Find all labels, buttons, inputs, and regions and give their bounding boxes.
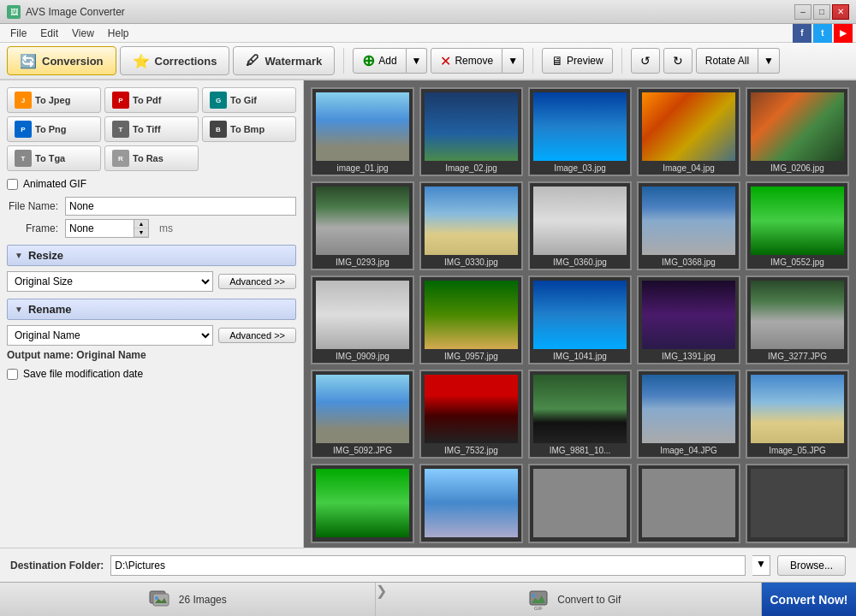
- image-cell-22[interactable]: [528, 464, 632, 543]
- format-tiff-button[interactable]: T To Tiff: [104, 116, 199, 142]
- separator-2: [532, 48, 533, 74]
- rotate-right-button[interactable]: ↻: [663, 48, 693, 74]
- image-cell-24[interactable]: [746, 464, 849, 543]
- remove-button[interactable]: ✕ Remove: [431, 48, 502, 74]
- image-cell-18[interactable]: Image_04.JPG: [637, 370, 740, 459]
- image-cell-23[interactable]: [637, 464, 740, 543]
- youtube-icon[interactable]: ▶: [834, 24, 853, 43]
- rotate-left-button[interactable]: ↺: [631, 48, 660, 74]
- preview-icon: 🖥: [551, 54, 563, 68]
- titlebar: 🖼 AVS Image Converter – □ ✕: [0, 0, 856, 24]
- image-cell-20[interactable]: [311, 464, 414, 543]
- remove-dropdown-button[interactable]: ▼: [502, 48, 524, 74]
- image-cell-5[interactable]: IMG_0293.jpg: [311, 181, 414, 270]
- image-cell-15[interactable]: IMG_5092.JPG: [311, 370, 414, 459]
- image-cell-1[interactable]: Image_02.jpg: [419, 87, 523, 176]
- png-icon: P: [15, 121, 32, 138]
- twitter-icon[interactable]: t: [813, 24, 832, 43]
- frame-spin-buttons: ▲ ▼: [134, 219, 149, 238]
- image-cell-11[interactable]: IMG_0957.jpg: [419, 275, 523, 364]
- close-button[interactable]: ✕: [832, 4, 849, 20]
- image-cell-8[interactable]: IMG_0368.jpg: [637, 181, 740, 270]
- image-cell-19[interactable]: Image_05.JPG: [746, 370, 849, 459]
- rename-advanced-button[interactable]: Advanced >>: [218, 328, 296, 343]
- browse-button[interactable]: Browse...: [777, 555, 846, 576]
- facebook-icon[interactable]: f: [793, 24, 811, 43]
- gif-icon: G: [210, 92, 227, 109]
- image-name-1: Image_02.jpg: [445, 163, 497, 173]
- format-jpeg-button[interactable]: J To Jpeg: [7, 87, 101, 113]
- image-cell-2[interactable]: Image_03.jpg: [528, 87, 632, 176]
- step-images: 26 Images: [0, 583, 376, 616]
- image-cell-13[interactable]: IMG_1391.jpg: [637, 275, 740, 364]
- image-name-2: Image_03.jpg: [554, 163, 606, 173]
- image-name-9: IMG_0552.jpg: [770, 258, 824, 267]
- dest-dropdown-button[interactable]: ▼: [752, 555, 770, 576]
- preview-button[interactable]: 🖥 Preview: [542, 48, 613, 74]
- image-name-13: IMG_1391.jpg: [662, 352, 716, 361]
- format-bmp-button[interactable]: B To Bmp: [202, 116, 296, 142]
- image-thumb-10: [316, 281, 409, 349]
- image-cell-16[interactable]: IMG_7532.jpg: [419, 370, 523, 459]
- image-thumb-23: [642, 469, 735, 537]
- image-cell-12[interactable]: IMG_1041.jpg: [528, 275, 632, 364]
- tab-watermark[interactable]: 🖊 Watermark: [233, 46, 335, 75]
- format-pdf-button[interactable]: P To Pdf: [104, 87, 199, 113]
- menu-edit[interactable]: Edit: [33, 26, 65, 41]
- save-mod-label[interactable]: Save file modification date: [23, 368, 143, 380]
- image-name-4: IMG_0206.jpg: [770, 163, 824, 173]
- resize-advanced-button[interactable]: Advanced >>: [218, 274, 296, 289]
- tab-corrections[interactable]: ⭐ Corrections: [120, 46, 230, 75]
- image-cell-0[interactable]: image_01.jpg: [311, 87, 414, 176]
- maximize-button[interactable]: □: [813, 4, 830, 20]
- image-thumb-12: [533, 281, 627, 349]
- output-name-value: Original Name: [76, 349, 146, 361]
- image-cell-6[interactable]: IMG_0330.jpg: [419, 181, 523, 270]
- image-thumb-4: [751, 92, 844, 161]
- image-cell-21[interactable]: [419, 464, 523, 543]
- animated-gif-checkbox[interactable]: [7, 179, 18, 190]
- resize-section-header[interactable]: ▼ Resize: [7, 245, 296, 266]
- menu-help[interactable]: Help: [101, 26, 136, 41]
- format-tga-button[interactable]: T To Tga: [7, 145, 101, 171]
- resize-dropdown[interactable]: Original Size Custom 640x480 800x600 102…: [7, 271, 213, 292]
- format-png-button[interactable]: P To Png: [7, 116, 101, 142]
- format-gif-button[interactable]: G To Gif: [202, 87, 296, 113]
- add-button[interactable]: ⊕ Add: [353, 48, 406, 74]
- image-cell-7[interactable]: IMG_0360.jpg: [528, 181, 632, 270]
- file-name-input[interactable]: [65, 197, 296, 216]
- rename-dropdown[interactable]: Original Name Custom Date Sequence: [7, 325, 213, 346]
- rotate-all-dropdown-button[interactable]: ▼: [758, 48, 780, 74]
- save-mod-row: Save file modification date: [7, 368, 296, 380]
- image-thumb-22: [533, 469, 627, 537]
- format-ras-button[interactable]: R To Ras: [104, 145, 199, 171]
- rotate-all-button[interactable]: Rotate All: [696, 48, 758, 74]
- tab-conversion[interactable]: 🔄 Conversion: [7, 46, 116, 75]
- image-cell-10[interactable]: IMG_0909.jpg: [311, 275, 414, 364]
- add-dropdown-button[interactable]: ▼: [407, 48, 428, 74]
- frame-row: Frame: ▲ ▼ ms: [7, 219, 296, 238]
- menu-file[interactable]: File: [3, 26, 33, 41]
- image-name-17: IMG_9881_10...: [550, 446, 611, 455]
- bmp-icon: B: [210, 121, 227, 138]
- image-cell-4[interactable]: IMG_0206.jpg: [746, 87, 849, 176]
- image-cell-17[interactable]: IMG_9881_10...: [528, 370, 632, 459]
- image-cell-9[interactable]: IMG_0552.jpg: [746, 181, 849, 270]
- image-cell-3[interactable]: Image_04.jpg: [637, 87, 740, 176]
- frame-input[interactable]: [65, 219, 134, 238]
- dest-folder-input[interactable]: [110, 555, 746, 576]
- step-convert-label: Convert to Gif: [557, 594, 621, 606]
- image-thumb-1: [425, 92, 518, 161]
- menu-view[interactable]: View: [65, 26, 101, 41]
- image-cell-14[interactable]: IMG_3277.JPG: [746, 275, 849, 364]
- animated-gif-label[interactable]: Animated GIF: [23, 178, 86, 190]
- convert-now-button[interactable]: Convert Now!: [762, 583, 856, 616]
- image-thumb-8: [642, 187, 735, 255]
- image-thumb-15: [316, 375, 409, 443]
- minimize-button[interactable]: –: [794, 4, 811, 20]
- frame-down-button[interactable]: ▼: [134, 228, 148, 237]
- save-mod-checkbox[interactable]: [7, 369, 18, 380]
- image-thumb-5: [316, 187, 409, 255]
- frame-up-button[interactable]: ▲: [134, 220, 148, 228]
- rename-section-header[interactable]: ▼ Rename: [7, 299, 296, 320]
